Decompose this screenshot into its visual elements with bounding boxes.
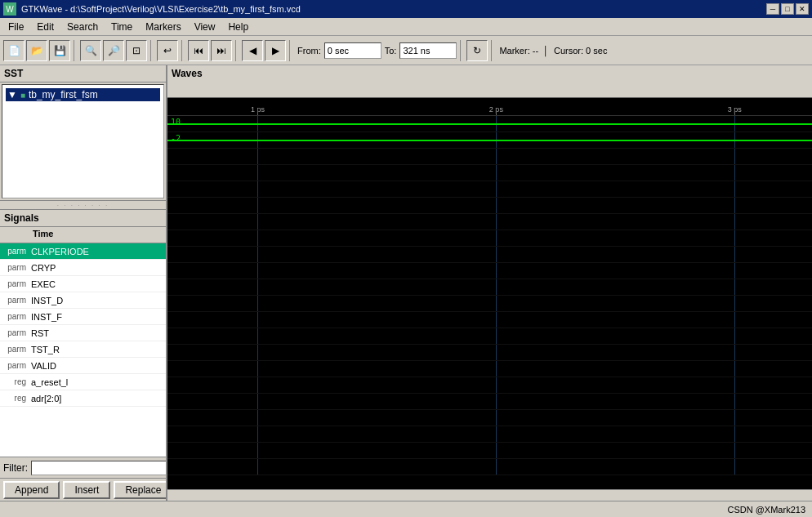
grid-line: [257, 247, 258, 262]
grid-line: [257, 328, 258, 344]
main-area: SST ▼ ■ tb_my_first_fsm · · · · · · · · …: [0, 65, 812, 501]
grid-line: [496, 181, 497, 197]
grid-line: [496, 410, 497, 426]
grid-line: [734, 263, 735, 279]
menu-item-markers[interactable]: Markers: [139, 20, 187, 34]
maximize-button[interactable]: □: [781, 3, 794, 15]
append-button[interactable]: Append: [3, 481, 60, 499]
menu-item-view[interactable]: View: [188, 20, 222, 34]
sst-header: SST: [0, 65, 166, 82]
signal-type: parm: [0, 263, 29, 272]
zoom-fit-button[interactable]: ⊡: [126, 40, 147, 61]
new-button[interactable]: 📄: [3, 40, 25, 61]
grid-line: [257, 279, 258, 295]
grid-line: [734, 230, 735, 246]
wave-row-empty: [167, 247, 812, 263]
from-label: From:: [297, 46, 321, 56]
signal-type: parm: [0, 312, 29, 321]
next-button[interactable]: ▶: [265, 40, 286, 61]
grid-line: [734, 426, 735, 442]
signal-row-tst-r[interactable]: parmTST_R: [0, 341, 166, 358]
sst-panel: SST ▼ ■ tb_my_first_fsm: [0, 65, 167, 200]
signal-type: parm: [0, 345, 29, 354]
signal-name: TST_R: [29, 345, 166, 354]
toolbar-sep4: [235, 40, 239, 61]
divider-dots: · · · · · · · ·: [57, 202, 109, 209]
menu-item-file[interactable]: File: [2, 20, 30, 34]
signal-row-cryp[interactable]: parmCRYP: [0, 260, 166, 276]
signal-row-adr-2-0-[interactable]: regadr[2:0]: [0, 390, 166, 407]
signal-name: a_reset_l: [29, 377, 166, 387]
open-button[interactable]: 📂: [26, 40, 47, 61]
refresh-button[interactable]: ↻: [466, 40, 488, 61]
grid-line: [734, 377, 735, 393]
waves-area: Waves 1 ps2 ps3 ps 10-2: [167, 65, 812, 501]
grid-line: [734, 410, 735, 426]
grid-line: [496, 443, 497, 458]
signal-name: adr[2:0]: [29, 394, 166, 403]
signal-name: INST_D: [29, 296, 166, 305]
type-column-header: [0, 227, 29, 243]
wave-row-empty: [167, 394, 812, 410]
to-input[interactable]: [399, 42, 457, 59]
action-buttons-bar: Append Insert Replace: [0, 478, 166, 501]
signals-title: Signals: [4, 212, 39, 224]
save-button[interactable]: 💾: [49, 40, 70, 61]
signals-column-label: Time: [29, 227, 57, 243]
zoom-in-button[interactable]: 🔍: [80, 40, 101, 61]
menu-item-help[interactable]: Help: [221, 20, 255, 34]
statusbar: CSDN @XMark213: [0, 501, 812, 517]
wave-row-empty: [167, 296, 812, 312]
wave-row-empty: [167, 214, 812, 230]
grid-line: [496, 198, 497, 213]
first-button[interactable]: ⏮: [188, 40, 209, 61]
signal-row-exec[interactable]: parmEXEC: [0, 276, 166, 292]
signal-row-rst[interactable]: parmRST: [0, 325, 166, 341]
minimize-button[interactable]: ─: [766, 3, 779, 15]
insert-button[interactable]: Insert: [63, 481, 110, 499]
grid-line: [496, 296, 497, 311]
signal-type: reg: [0, 377, 29, 386]
undo-button[interactable]: ↩: [157, 40, 178, 61]
left-panel: SST ▼ ■ tb_my_first_fsm · · · · · · · · …: [0, 65, 167, 501]
grid-line: [496, 214, 497, 230]
signal-type: parm: [0, 247, 29, 256]
grid-line: [496, 165, 497, 181]
menu-item-search[interactable]: Search: [60, 20, 105, 34]
signals-panel: Signals Time parmCLKPERIODEparmCRYPparmE…: [0, 210, 167, 501]
menu-item-time[interactable]: Time: [105, 20, 139, 34]
signal-row-inst-d[interactable]: parmINST_D: [0, 292, 166, 309]
to-label: To:: [385, 46, 397, 56]
signal-row-a-reset-l[interactable]: rega_reset_l: [0, 374, 166, 390]
grid-line: [257, 181, 258, 197]
last-button[interactable]: ⏭: [211, 40, 232, 61]
wave-row-empty: [167, 181, 812, 198]
grid-line: [257, 426, 258, 442]
grid-line: [734, 279, 735, 295]
signal-row-valid[interactable]: parmVALID: [0, 358, 166, 374]
grid-line: [257, 345, 258, 360]
waves-canvas[interactable]: 1 ps2 ps3 ps 10-2: [167, 98, 812, 489]
menu-item-edit[interactable]: Edit: [30, 20, 60, 34]
waves-hscroll[interactable]: [167, 489, 812, 501]
from-input[interactable]: [324, 42, 381, 59]
grid-line: [734, 394, 735, 409]
sst-tree[interactable]: ▼ ■ tb_my_first_fsm: [2, 84, 164, 198]
signal-type: parm: [0, 296, 29, 305]
panel-divider[interactable]: · · · · · · · ·: [0, 200, 166, 210]
signals-header: Signals: [0, 210, 166, 227]
wave-row-empty: [167, 426, 812, 443]
replace-button[interactable]: Replace: [114, 481, 167, 499]
grid-line: [734, 296, 735, 311]
zoom-out-button[interactable]: 🔎: [103, 40, 124, 61]
signal-row-clkperiode[interactable]: parmCLKPERIODE: [0, 243, 166, 260]
wave-line: [167, 140, 812, 141]
tree-item-tb[interactable]: ▼ ■ tb_my_first_fsm: [6, 88, 160, 101]
filter-input[interactable]: [31, 461, 167, 475]
signal-name: EXEC: [29, 279, 166, 289]
prev-button[interactable]: ◀: [242, 40, 263, 61]
close-button[interactable]: ✕: [796, 3, 809, 15]
signal-row-inst-f[interactable]: parmINST_F: [0, 309, 166, 325]
menubar: FileEditSearchTimeMarkersViewHelp: [0, 18, 812, 36]
toolbar-sep3: [181, 40, 185, 61]
